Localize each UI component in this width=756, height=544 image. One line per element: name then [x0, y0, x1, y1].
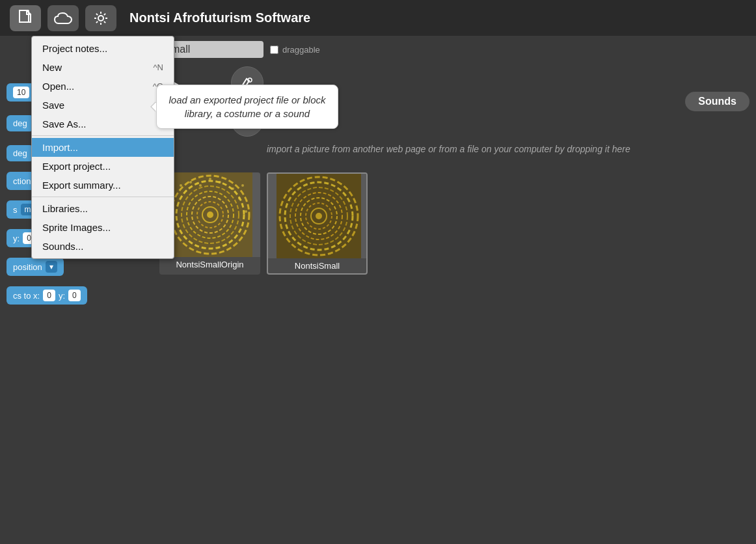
- svg-point-20: [241, 184, 244, 187]
- svg-point-22: [245, 210, 247, 213]
- menu-label-export-project: Export project...: [42, 161, 111, 172]
- file-icon: [18, 10, 33, 27]
- menu-item-open[interactable]: Open... ^O: [32, 77, 174, 96]
- menu-label-libraries: Libraries...: [42, 203, 88, 214]
- costume-thumbnail-1: [159, 172, 260, 257]
- settings-button[interactable]: [85, 5, 116, 31]
- cloud-button[interactable]: [47, 5, 79, 31]
- svg-point-19: [232, 187, 234, 190]
- position-label: position: [13, 262, 42, 272]
- menu-item-project-notes[interactable]: Project notes...: [32, 39, 174, 58]
- menu-separator-1: [32, 135, 174, 136]
- deg-block-1-btn[interactable]: deg: [7, 115, 34, 131]
- svg-point-18: [219, 181, 221, 184]
- direction-label: ction: [13, 176, 31, 186]
- menu-label-sounds: Sounds...: [42, 241, 83, 252]
- menu-separator-2: [32, 197, 174, 197]
- svg-point-1: [98, 16, 103, 21]
- to-x-label: cs to x:: [13, 291, 40, 301]
- menu-item-libraries[interactable]: Libraries...: [32, 199, 174, 218]
- menu-label-open: Open...: [42, 81, 74, 92]
- to-xy-block: cs to x: 0 y: 0: [7, 284, 150, 306]
- sprite-header: draggable: [150, 36, 756, 63]
- to-x-input[interactable]: 0: [43, 290, 55, 301]
- svg-point-21: [238, 197, 241, 200]
- tooltip-text: load an exported project file or block l…: [169, 94, 326, 119]
- draggable-row: draggable: [270, 45, 320, 55]
- menu-item-export-summary[interactable]: Export summary...: [32, 176, 174, 195]
- to-y-label: y:: [59, 291, 65, 301]
- costume-label-1: NontsiSmallOrigin: [159, 257, 260, 272]
- draggable-label: draggable: [282, 45, 320, 55]
- shortcut-new: ^N: [154, 62, 164, 72]
- ten-value: 10: [13, 87, 29, 98]
- position-block-btn[interactable]: position ▾: [7, 258, 64, 276]
- to-y-input[interactable]: 0: [68, 290, 81, 301]
- costume-image-1: [168, 172, 252, 257]
- position-dropdown[interactable]: ▾: [46, 261, 57, 273]
- file-button[interactable]: [10, 5, 41, 31]
- costumes-grid: NontsiSmallOrigin: [150, 172, 756, 275]
- sounds-tab-label: Sounds: [698, 96, 736, 107]
- titlebar: Nontsi Afrofuturism Software: [0, 0, 756, 36]
- svg-point-16: [199, 184, 202, 187]
- costume-image-2: [277, 174, 361, 258]
- gear-icon: [93, 10, 109, 26]
- menu-label-import: Import...: [42, 142, 78, 153]
- to-y-value: 0: [72, 291, 77, 300]
- menu-item-save-as[interactable]: Save As...: [32, 115, 174, 133]
- menu-label-new: New: [42, 62, 62, 73]
- svg-point-15: [189, 181, 192, 184]
- y-label: y:: [13, 234, 20, 243]
- import-text-area: import a picture from another web page o…: [150, 143, 756, 172]
- costume-thumbnail-2: [268, 174, 368, 258]
- deg-label-1: deg: [13, 118, 27, 128]
- menu-label-export-summary: Export summary...: [42, 180, 121, 191]
- menu-item-sprite-images[interactable]: Sprite Images...: [32, 218, 174, 237]
- position-block: position ▾: [7, 256, 150, 278]
- menu-item-export-project[interactable]: Export project...: [32, 157, 174, 176]
- svg-point-14: [180, 184, 182, 187]
- costume-label-2: NontsiSmall: [268, 258, 366, 273]
- app-title: Nontsi Afrofuturism Software: [129, 10, 310, 25]
- menu-item-import[interactable]: Import...: [32, 138, 174, 157]
- to-x-value: 0: [47, 291, 51, 300]
- costume-item-2[interactable]: NontsiSmall: [267, 172, 368, 275]
- deg-label-2: deg: [13, 148, 27, 158]
- svg-point-13: [207, 211, 213, 218]
- menu-item-sounds[interactable]: Sounds...: [32, 237, 174, 256]
- draggable-checkbox[interactable]: [270, 46, 278, 54]
- menu-item-new[interactable]: New ^N: [32, 58, 174, 77]
- cloud-icon: [54, 12, 72, 25]
- menu-label-save-as: Save As...: [42, 118, 87, 129]
- costume-item-1[interactable]: NontsiSmallOrigin: [159, 172, 260, 275]
- import-tooltip: load an exported project file or block l…: [156, 85, 338, 129]
- to-xy-block-btn[interactable]: cs to x: 0 y: 0: [7, 286, 87, 305]
- y-value: 0: [27, 234, 31, 243]
- svg-point-31: [316, 213, 322, 219]
- svg-point-17: [209, 178, 211, 180]
- menu-label-save: Save: [42, 100, 64, 111]
- menu-label-sprite-images: Sprite Images...: [42, 222, 111, 233]
- file-dropdown-menu: Project notes... New ^N Open... ^O Save …: [31, 36, 174, 259]
- import-text: import a picture from another web page o…: [267, 143, 746, 156]
- sprite-name-input[interactable]: [159, 41, 263, 58]
- deg-block-2-btn[interactable]: deg: [7, 145, 34, 161]
- sounds-tab[interactable]: Sounds: [685, 92, 749, 111]
- menu-label-project-notes: Project notes...: [42, 43, 107, 54]
